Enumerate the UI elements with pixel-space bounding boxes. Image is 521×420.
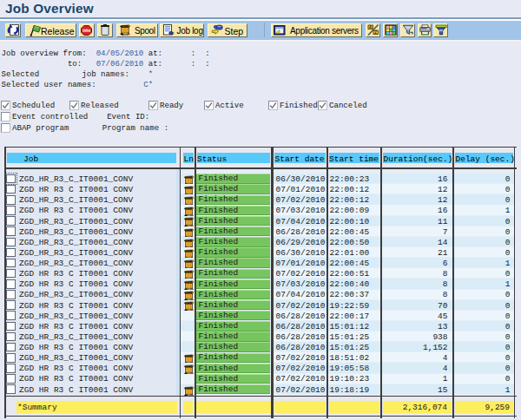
svg-text:STOP: STOP [82, 29, 91, 32]
svg-text:Z: Z [374, 30, 377, 35]
